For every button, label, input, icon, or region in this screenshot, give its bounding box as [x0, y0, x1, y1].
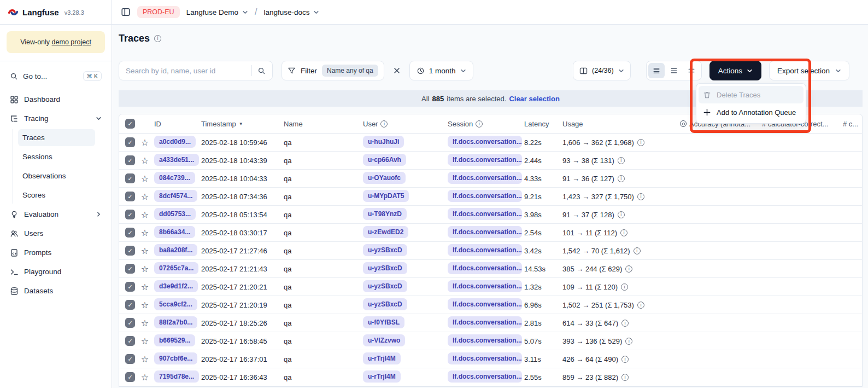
sidebar-item-observations[interactable]: Observations	[18, 167, 95, 184]
trace-row[interactable]: ✓☆8b66a34...2025-02-18 03:30:17qau-zEwdE…	[119, 224, 862, 242]
menu-item-add-to-annotation-queue[interactable]: Add to Annotation Queue	[699, 103, 804, 121]
row-checkbox[interactable]: ✓	[125, 264, 135, 274]
row-checkbox[interactable]: ✓	[125, 228, 135, 238]
filter-button[interactable]: Filter Name any of qa	[281, 61, 384, 80]
menu-item-delete-traces[interactable]: Delete Traces	[699, 86, 804, 103]
trace-row[interactable]: ✓☆084c739...2025-02-18 10:04:33qau-OYauo…	[119, 170, 862, 188]
user-badge[interactable]: u-huJhuJi	[363, 136, 404, 148]
row-height-medium-button[interactable]	[666, 63, 682, 78]
sidebar-item-scores[interactable]: Scores	[18, 187, 95, 204]
row-checkbox[interactable]: ✓	[125, 155, 135, 165]
trace-row[interactable]: ✓☆5cca9cf2...2025-02-17 21:20:19qau-yzSB…	[119, 296, 862, 314]
session-badge[interactable]: lf.docs.conversation...	[448, 298, 522, 310]
time-range-button[interactable]: 1 month	[409, 61, 473, 80]
trace-id-badge[interactable]: d3e9d1f2...	[154, 280, 198, 292]
trace-id-badge[interactable]: a433de51...	[154, 154, 199, 166]
trace-row[interactable]: ✓☆8dcf4574...2025-02-18 07:34:36qau-MYpD…	[119, 188, 862, 206]
filter-chip[interactable]: Name any of qa	[322, 65, 378, 77]
row-checkbox[interactable]: ✓	[125, 318, 135, 328]
breadcrumb-project[interactable]: langfuse-docs	[263, 8, 319, 16]
column-header-session[interactable]: Sessioni	[445, 120, 522, 128]
trace-row[interactable]: ✓☆ba8a208f...2025-02-17 21:27:46qau-yzSB…	[119, 242, 862, 260]
session-badge[interactable]: lf.docs.conversation...	[448, 226, 522, 238]
favorite-star-icon[interactable]: ☆	[138, 300, 152, 310]
row-checkbox[interactable]: ✓	[125, 173, 135, 183]
search-input[interactable]	[126, 67, 247, 75]
user-badge[interactable]: u-rTrjI4M	[363, 370, 401, 383]
session-badge[interactable]: lf.docs.conversation...	[448, 136, 522, 148]
search-icon[interactable]	[257, 67, 266, 75]
trace-id-badge[interactable]: 8dcf4574...	[154, 190, 197, 202]
trace-id-badge[interactable]: 07265c7a...	[154, 262, 198, 274]
demo-project-link[interactable]: demo project	[52, 38, 91, 46]
row-checkbox[interactable]: ✓	[125, 300, 135, 310]
session-badge[interactable]: lf.docs.conversation...	[448, 154, 522, 166]
column-header-usage[interactable]: Usage	[560, 120, 678, 128]
user-badge[interactable]: u-rTrjI4M	[363, 352, 401, 364]
clear-selection-link[interactable]: Clear selection	[509, 95, 560, 103]
trace-id-badge[interactable]: 5cca9cf2...	[154, 298, 197, 310]
favorite-star-icon[interactable]: ☆	[138, 336, 152, 346]
export-selection-button[interactable]: Export selection	[769, 61, 849, 80]
column-header-timestamp[interactable]: Timestamp▼	[199, 120, 281, 128]
session-badge[interactable]: lf.docs.conversation...	[448, 244, 522, 256]
trace-id-badge[interactable]: 7195d78e...	[154, 370, 199, 383]
trace-row[interactable]: ✓☆7195d78e...2025-02-17 16:36:43qau-rTrj…	[119, 368, 862, 386]
session-badge[interactable]: lf.docs.conversation...	[448, 172, 522, 184]
user-badge[interactable]: u-f0YfBSL	[363, 316, 404, 328]
sidebar-item-evaluation[interactable]: Evaluation	[7, 206, 105, 223]
breadcrumb-org[interactable]: Langfuse Demo	[186, 8, 248, 16]
trace-id-badge[interactable]: dd05753...	[154, 208, 196, 220]
user-badge[interactable]: u-zEwdED2	[363, 226, 408, 238]
trace-row[interactable]: ✓☆07265c7a...2025-02-17 21:21:43qau-yzSB…	[119, 260, 862, 278]
row-checkbox[interactable]: ✓	[125, 210, 135, 219]
trace-row[interactable]: ✓☆d3e9d1f2...2025-02-17 21:20:21qau-yzSB…	[119, 278, 862, 296]
trace-row[interactable]: ✓☆88f2a7b0...2025-02-17 18:25:26qau-f0Yf…	[119, 314, 862, 332]
trace-row[interactable]: ✓☆a433de51...2025-02-18 10:43:39qau-cp66…	[119, 152, 862, 170]
trace-id-badge[interactable]: 88f2a7b0...	[154, 316, 197, 328]
user-badge[interactable]: u-yzSBxcD	[363, 280, 407, 292]
session-badge[interactable]: lf.docs.conversation...	[448, 280, 522, 292]
session-badge[interactable]: lf.docs.conversation...	[448, 208, 522, 220]
session-badge[interactable]: lf.docs.conversation...	[448, 262, 522, 274]
favorite-star-icon[interactable]: ☆	[138, 264, 152, 274]
trace-id-badge[interactable]: ba8a208f...	[154, 244, 197, 256]
user-badge[interactable]: u-MYpDAT5	[363, 190, 409, 202]
goto-search[interactable]: Go to... ⌘ K	[7, 68, 105, 84]
row-checkbox[interactable]: ✓	[125, 246, 135, 256]
favorite-star-icon[interactable]: ☆	[138, 372, 152, 383]
favorite-star-icon[interactable]: ☆	[138, 155, 152, 166]
session-badge[interactable]: lf.docs.conversation...	[448, 370, 522, 383]
actions-button[interactable]: Actions	[709, 61, 761, 80]
session-badge[interactable]: lf.docs.conversation...	[448, 190, 522, 202]
user-badge[interactable]: u-yzSBxcD	[363, 298, 407, 310]
favorite-star-icon[interactable]: ☆	[138, 173, 152, 184]
favorite-star-icon[interactable]: ☆	[138, 318, 152, 328]
user-badge[interactable]: u-OYauofc	[363, 172, 406, 184]
session-badge[interactable]: lf.docs.conversation...	[448, 352, 522, 364]
trace-row[interactable]: ✓☆a0cd0d9...2025-02-18 10:59:46qau-huJhu…	[119, 134, 862, 152]
clear-filter-icon[interactable]	[393, 67, 401, 74]
row-checkbox[interactable]: ✓	[125, 354, 135, 364]
user-badge[interactable]: u-yzSBxcD	[363, 262, 407, 274]
favorite-star-icon[interactable]: ☆	[138, 246, 152, 256]
sidebar-toggle-icon[interactable]	[121, 7, 131, 17]
favorite-star-icon[interactable]: ☆	[138, 228, 152, 238]
column-header-c[interactable]: # c...	[841, 120, 862, 128]
row-checkbox[interactable]: ✓	[125, 192, 135, 201]
column-header-id[interactable]: ID	[152, 120, 199, 128]
favorite-star-icon[interactable]: ☆	[138, 210, 152, 220]
trace-id-badge[interactable]: a0cd0d9...	[154, 136, 196, 148]
trace-row[interactable]: ✓☆907cbf6e...2025-02-17 16:37:01qau-rTrj…	[119, 350, 862, 368]
row-checkbox[interactable]: ✓	[125, 372, 135, 382]
column-header-user[interactable]: Useri	[361, 120, 445, 128]
sidebar-item-datasets[interactable]: Datasets	[7, 282, 105, 299]
row-checkbox[interactable]: ✓	[125, 336, 135, 346]
select-all-checkbox[interactable]: ✓	[125, 119, 135, 129]
favorite-star-icon[interactable]: ☆	[138, 354, 152, 364]
column-header-name[interactable]: Name	[281, 120, 361, 128]
sidebar-item-tracing[interactable]: Tracing	[7, 110, 105, 127]
session-badge[interactable]: lf.docs.conversation...	[448, 316, 522, 328]
row-checkbox[interactable]: ✓	[125, 137, 135, 147]
sidebar-item-sessions[interactable]: Sessions	[18, 148, 95, 165]
